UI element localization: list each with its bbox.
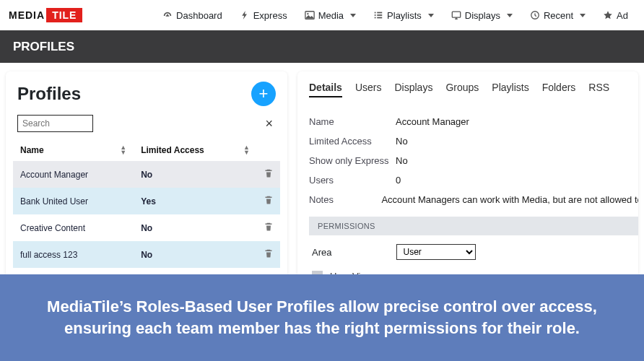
- tab-groups[interactable]: Groups: [445, 82, 479, 97]
- detail-body: NameAccount Manager Limited AccessNo Sho…: [309, 112, 638, 299]
- star-icon: [603, 10, 613, 20]
- nav-label: Media: [318, 10, 344, 21]
- nav-label: Displays: [465, 10, 500, 21]
- tab-details[interactable]: Details: [309, 82, 342, 97]
- search-row: ×: [13, 115, 280, 139]
- value-notes: Account Managers can work with Media, bu…: [381, 194, 638, 205]
- list-icon: [373, 10, 383, 20]
- area-label: Area: [312, 247, 331, 258]
- delete-row-button[interactable]: [257, 214, 280, 241]
- panel-title: Profiles: [17, 84, 81, 104]
- label-users: Users: [309, 175, 396, 186]
- top-bar: MEDIA TILE Dashboard Express Media Playl…: [0, 0, 644, 30]
- permissions-area-row: Area User: [309, 235, 638, 269]
- sort-icon: ▲▼: [120, 145, 126, 155]
- value-users: 0: [396, 175, 401, 186]
- image-icon: [305, 10, 315, 20]
- monitor-icon: [451, 10, 461, 20]
- nav-label: Recent: [544, 10, 573, 21]
- label-name: Name: [309, 116, 396, 127]
- table-row[interactable]: Creative Content No: [13, 214, 280, 241]
- svg-rect-8: [452, 12, 460, 17]
- svg-point-1: [307, 13, 308, 14]
- nav-playlists[interactable]: Playlists: [366, 6, 441, 25]
- tab-playlists[interactable]: Playlists: [492, 82, 528, 97]
- nav-dashboard[interactable]: Dashboard: [155, 6, 230, 25]
- svg-rect-6: [375, 17, 376, 19]
- sort-icon: ▲▼: [243, 145, 250, 155]
- brand-tile: TILE: [46, 8, 82, 22]
- delete-row-button[interactable]: [257, 241, 280, 268]
- value-express: No: [396, 155, 408, 166]
- col-limited[interactable]: Limited Access▲▼: [134, 139, 257, 161]
- svg-rect-3: [377, 12, 382, 14]
- tab-folders[interactable]: Folders: [542, 82, 576, 97]
- delete-row-button[interactable]: [257, 188, 280, 214]
- table-row[interactable]: full access 123 No: [13, 241, 280, 268]
- value-name: Account Manager: [396, 116, 469, 127]
- area-select[interactable]: User: [396, 244, 476, 260]
- page-band: PROFILES: [0, 30, 644, 63]
- nav-displays[interactable]: Displays: [444, 6, 520, 25]
- svg-rect-2: [375, 12, 376, 14]
- gauge-icon: [162, 10, 173, 20]
- search-input[interactable]: [17, 115, 93, 132]
- permissions-header: PERMISSIONS: [309, 217, 638, 235]
- brand-text: MEDIA: [9, 9, 45, 21]
- promo-text: MediaTile’s Roles-Based User Profiles al…: [29, 296, 615, 339]
- label-limited: Limited Access: [309, 136, 396, 147]
- nav-label: Ad: [617, 10, 628, 21]
- add-profile-button[interactable]: +: [251, 82, 276, 106]
- nav-label: Dashboard: [176, 10, 222, 21]
- nav-label: Express: [253, 10, 287, 21]
- label-notes: Notes: [309, 194, 381, 205]
- nav-label: Playlists: [387, 10, 422, 21]
- tab-rss[interactable]: RSS: [588, 82, 609, 97]
- tab-displays[interactable]: Displays: [394, 82, 432, 97]
- value-limited: No: [396, 136, 408, 147]
- nav-recent[interactable]: Recent: [523, 6, 593, 25]
- delete-row-button[interactable]: [257, 161, 280, 188]
- clock-icon: [530, 10, 540, 20]
- label-express: Show only Express: [309, 155, 396, 166]
- col-name[interactable]: Name▲▼: [13, 139, 134, 161]
- main-nav: Dashboard Express Media Playlists Displa…: [155, 6, 635, 25]
- band-title: PROFILES: [13, 40, 74, 53]
- panel-header: Profiles +: [13, 79, 280, 115]
- table-row[interactable]: Account Manager No: [13, 161, 280, 188]
- nav-ad[interactable]: Ad: [596, 6, 635, 25]
- promo-overlay: MediaTile’s Roles-Based User Profiles al…: [0, 274, 644, 361]
- bolt-icon: [240, 10, 250, 20]
- brand-logo: MEDIA TILE: [9, 8, 82, 22]
- svg-rect-4: [375, 14, 376, 16]
- svg-rect-5: [377, 14, 382, 16]
- detail-tabs: Details Users Displays Groups Playlists …: [309, 82, 638, 102]
- svg-rect-7: [377, 17, 382, 19]
- nav-express[interactable]: Express: [232, 6, 295, 25]
- close-search-icon[interactable]: ×: [262, 116, 276, 131]
- nav-media[interactable]: Media: [297, 6, 363, 25]
- table-row[interactable]: Bank United User Yes: [13, 188, 280, 214]
- tab-users[interactable]: Users: [355, 82, 382, 97]
